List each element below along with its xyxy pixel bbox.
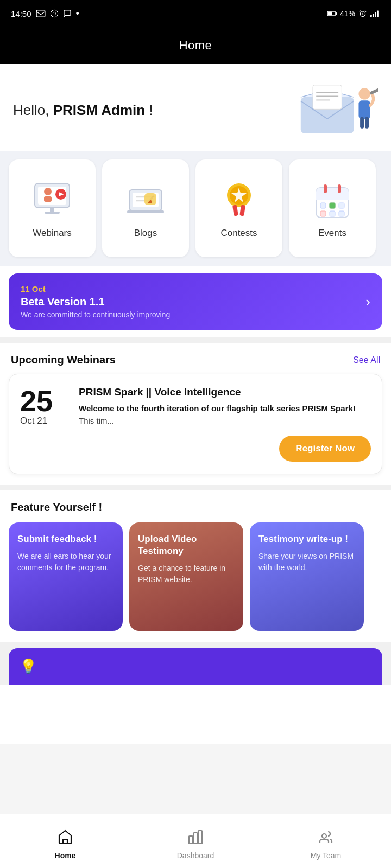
feature-card-testimony[interactable]: Testimony write-up ! Share your views on… (250, 522, 364, 631)
envelope-illustration (291, 80, 378, 138)
action-card-blogs[interactable]: Blogs (102, 159, 189, 257)
webinars-label: Webinars (33, 228, 72, 239)
svg-rect-51 (330, 203, 335, 208)
greeting-text: Hello, PRISM Admin ! (13, 102, 153, 119)
feature-cards: Submit feedback ! We are all ears to hea… (9, 522, 382, 631)
webinar-month: Oct 21 (20, 416, 69, 426)
status-bar: 14:50 • 41% (0, 0, 391, 27)
svg-rect-20 (360, 117, 364, 129)
chat-icon (63, 9, 72, 18)
action-card-contests[interactable]: Contests (195, 159, 282, 257)
events-label: Events (318, 228, 346, 239)
svg-rect-27 (44, 196, 52, 202)
nav-label-home: Home (55, 851, 76, 860)
svg-rect-9 (377, 11, 379, 17)
banner-arrow-icon: › (365, 293, 370, 310)
svg-rect-47 (316, 194, 349, 200)
svg-point-1 (51, 10, 58, 17)
svg-rect-4 (328, 12, 332, 15)
webinar-register-row: Register Now (20, 427, 371, 462)
svg-rect-55 (339, 211, 344, 216)
battery-percent: 41% (340, 9, 355, 18)
main-content: Hello, PRISM Admin ! (0, 64, 391, 744)
svg-rect-57 (194, 833, 198, 844)
dot-indicator: • (76, 8, 79, 20)
action-card-events[interactable]: Events (289, 159, 376, 257)
banner-section: 11 Oct Beta Version 1.1 We are committed… (0, 273, 391, 330)
bottom-banner-section: 💡 (0, 642, 391, 685)
webinar-card: 25 Oct 21 PRISM Spark || Voice Intellige… (9, 374, 382, 474)
svg-point-60 (322, 834, 326, 838)
action-card-webinars[interactable]: Webinars (9, 159, 96, 257)
svg-rect-50 (320, 203, 326, 208)
hello-illustration (291, 80, 378, 140)
dashboard-icon (187, 828, 204, 848)
feature-section-title: Feature Yourself ! (9, 501, 382, 514)
svg-rect-21 (365, 117, 369, 129)
webinar-description: Welcome to the fourth iteration of our f… (79, 403, 371, 427)
email-icon (36, 10, 46, 17)
webinars-see-all[interactable]: See All (353, 355, 380, 365)
svg-rect-48 (324, 184, 327, 193)
svg-rect-31 (45, 212, 60, 214)
svg-rect-8 (375, 12, 376, 17)
svg-rect-0 (36, 10, 45, 17)
bottom-banner[interactable]: 💡 (9, 648, 382, 685)
webinar-title: PRISM Spark || Voice Intelligence (79, 386, 371, 398)
svg-rect-19 (358, 100, 370, 119)
register-now-button[interactable]: Register Now (279, 436, 371, 462)
greeting-prefix: Hello, (13, 102, 53, 118)
nav-item-myteam[interactable]: My Team (261, 814, 391, 868)
nav-label-dashboard: Dashboard (177, 851, 215, 860)
upcoming-webinars-section: Upcoming Webinars See All 25 Oct 21 PRIS… (0, 343, 391, 474)
greeting-suffix: ! (145, 102, 153, 118)
svg-rect-22 (369, 87, 378, 95)
webinar-desc-normal: This tim... (79, 416, 114, 425)
blogs-label: Blogs (134, 228, 157, 239)
feature-card-2-heading: Upload Video Testimony (138, 533, 235, 557)
contests-label: Contests (220, 228, 257, 239)
feature-card-feedback[interactable]: Submit feedback ! We are all ears to hea… (9, 522, 123, 631)
feature-card-1-body: We are all ears to hear your comments fo… (17, 551, 114, 573)
alarm-icon (358, 9, 367, 18)
nav-item-home[interactable]: Home (0, 814, 130, 868)
feature-card-video[interactable]: Upload Video Testimony Get a chance to f… (129, 522, 243, 631)
update-banner[interactable]: 11 Oct Beta Version 1.1 We are committed… (9, 273, 382, 330)
svg-rect-3 (336, 13, 337, 15)
feature-yourself-section: Feature Yourself ! Submit feedback ! We … (0, 490, 391, 642)
page-title: Home (179, 39, 212, 53)
greeting-name: PRISM Admin (53, 102, 145, 118)
top-nav: Home (0, 27, 391, 64)
webinar-desc-bold: Welcome to the fourth iteration of our f… (79, 404, 356, 413)
webinars-icon (30, 178, 74, 221)
status-left: 14:50 • (11, 8, 79, 20)
contests-icon (217, 178, 261, 221)
svg-rect-7 (373, 14, 374, 17)
whatsapp-icon (50, 9, 59, 18)
svg-rect-52 (339, 203, 344, 208)
blogs-icon (124, 178, 167, 221)
nav-label-myteam: My Team (311, 851, 342, 860)
banner-content: 11 Oct Beta Version 1.1 We are committed… (21, 284, 170, 319)
banner-description: We are committed to continuously improvi… (21, 310, 170, 319)
svg-rect-54 (330, 211, 335, 216)
nav-item-dashboard[interactable]: Dashboard (130, 814, 261, 868)
svg-rect-49 (338, 184, 341, 193)
status-right: 41% (327, 9, 380, 18)
feature-card-1-heading: Submit feedback ! (17, 533, 114, 545)
bottom-nav: Home Dashboard My Team (0, 814, 391, 868)
svg-rect-58 (198, 831, 202, 844)
bulb-icon: 💡 (20, 658, 37, 675)
section-divider-2 (0, 485, 391, 490)
section-divider-1 (0, 337, 391, 343)
myteam-icon (317, 828, 335, 848)
home-icon (56, 828, 74, 848)
banner-date: 11 Oct (21, 284, 170, 293)
webinar-day: 25 (20, 386, 69, 416)
feature-card-3-heading: Testimony write-up ! (258, 533, 355, 545)
events-icon (311, 178, 354, 221)
webinar-card-inner: 25 Oct 21 PRISM Spark || Voice Intellige… (20, 386, 371, 427)
svg-rect-56 (189, 836, 193, 844)
webinars-section-header: Upcoming Webinars See All (0, 343, 391, 374)
svg-rect-39 (127, 210, 164, 213)
